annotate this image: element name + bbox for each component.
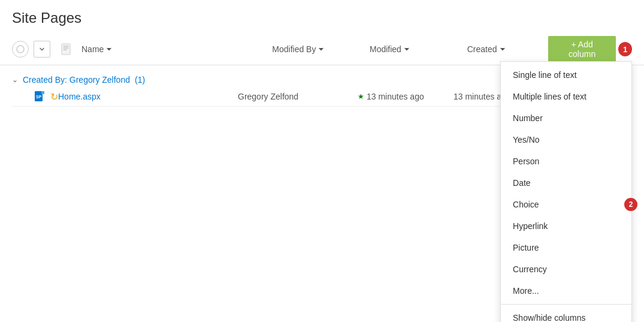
dropdown-item-choice[interactable]: Choice 2 <box>501 194 631 215</box>
toolbar: Name Modified By Modified Created + Add … <box>0 34 644 65</box>
dropdown-item-yes-no[interactable]: Yes/No <box>501 129 631 151</box>
star-icon: ★ <box>358 92 364 101</box>
dropdown-divider <box>501 304 631 305</box>
file-loading-icon: ↻ <box>50 91 58 103</box>
column-header-modified[interactable]: Modified <box>365 44 458 54</box>
document-icon <box>60 43 72 55</box>
group-chevron-icon: ⌄ <box>12 76 18 84</box>
svg-rect-4 <box>41 91 44 94</box>
column-header-modified-by[interactable]: Modified By <box>267 44 360 54</box>
dropdown-item-currency[interactable]: Currency <box>501 258 631 280</box>
dropdown-item-picture[interactable]: Picture <box>501 237 631 258</box>
file-type-icon: SP <box>34 91 46 103</box>
column-header-name[interactable]: Name <box>77 44 238 54</box>
svg-point-0 <box>17 46 24 53</box>
cell-modified: ★ 13 minutes ago <box>358 92 453 101</box>
select-all-checkbox[interactable] <box>12 41 29 58</box>
badge-1: 1 <box>618 42 632 56</box>
page-title: Site Pages <box>0 0 644 34</box>
dropdown-item-date[interactable]: Date <box>501 172 631 194</box>
svg-text:SP: SP <box>36 95 42 99</box>
column-header-created[interactable]: Created <box>462 44 543 54</box>
group-count: (1) <box>135 75 145 85</box>
column-type-dropdown: Single line of text Multiple lines of te… <box>500 61 632 322</box>
view-dropdown[interactable] <box>34 41 50 58</box>
dropdown-item-more[interactable]: More... <box>501 280 631 302</box>
sort-icon-modified-by <box>318 46 324 52</box>
file-name-cell[interactable]: Home.aspx <box>58 92 214 101</box>
cell-modified-by: Gregory Zelfond <box>238 92 358 101</box>
dropdown-item-single-line[interactable]: Single line of text <box>501 64 631 86</box>
add-column-button[interactable]: + Add column <box>548 36 616 62</box>
dropdown-item-number[interactable]: Number <box>501 107 631 129</box>
dropdown-item-show-hide-columns[interactable]: Show/hide columns <box>501 307 631 322</box>
sort-icon-modified <box>404 46 410 52</box>
badge-2: 2 <box>624 198 637 211</box>
chevron-down-icon <box>39 46 45 52</box>
group-label: Created By: Gregory Zelfond <box>23 75 130 85</box>
sort-icon-name <box>106 46 112 52</box>
svg-rect-1 <box>62 44 70 55</box>
sort-icon-created <box>500 46 506 52</box>
dropdown-item-person[interactable]: Person <box>501 151 631 172</box>
dropdown-item-multiple-lines[interactable]: Multiple lines of text <box>501 86 631 107</box>
dropdown-item-hyperlink[interactable]: Hyperlink <box>501 215 631 237</box>
add-column-area: + Add column 1 Single line of text Multi… <box>548 36 632 62</box>
